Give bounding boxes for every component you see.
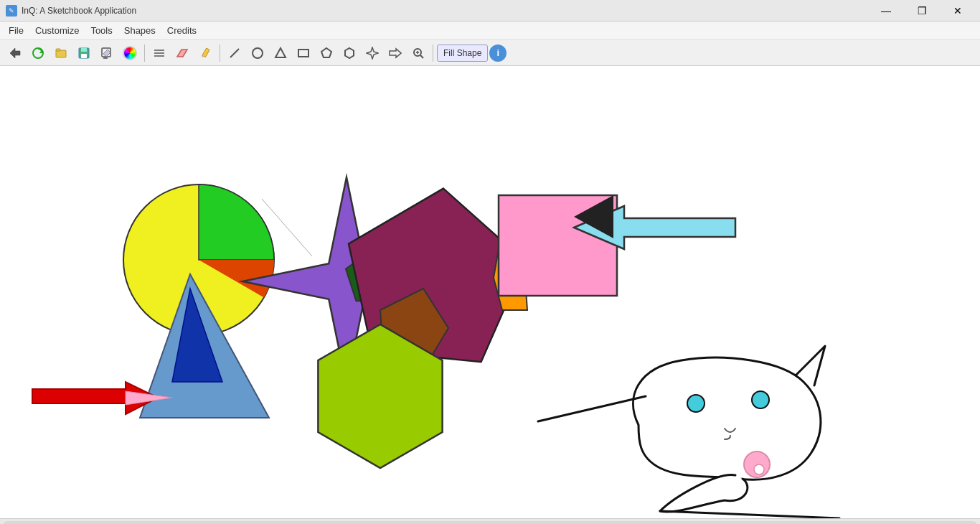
toolbar: Fill Shape i bbox=[0, 40, 980, 66]
pentagon-tool[interactable] bbox=[316, 43, 337, 63]
pencil-tool[interactable] bbox=[194, 43, 216, 63]
circle-tool[interactable] bbox=[247, 43, 268, 63]
separator-2 bbox=[220, 45, 220, 62]
save-tool[interactable] bbox=[73, 43, 95, 63]
svg-line-17 bbox=[230, 49, 239, 57]
app-title: InQ: A Sketchbook Application bbox=[22, 6, 136, 16]
menu-file[interactable]: File bbox=[3, 23, 29, 38]
line-tool[interactable] bbox=[224, 43, 245, 63]
menubar: File Customize Tools Shapes Credits bbox=[0, 22, 980, 40]
svg-marker-22 bbox=[345, 48, 354, 58]
multiline-tool[interactable] bbox=[149, 43, 170, 63]
edit-tool[interactable] bbox=[96, 43, 118, 63]
svg-rect-15 bbox=[202, 47, 209, 57]
menu-shapes[interactable]: Shapes bbox=[118, 23, 161, 38]
triangle-tool[interactable] bbox=[270, 43, 291, 63]
separator-1 bbox=[144, 45, 145, 62]
svg-rect-4 bbox=[56, 49, 60, 51]
zoom-tool[interactable] bbox=[407, 43, 429, 63]
titlebar-left: ✎ InQ: A Sketchbook Application bbox=[6, 5, 136, 17]
drawing-canvas[interactable] bbox=[0, 66, 980, 518]
color-tool[interactable] bbox=[119, 43, 141, 63]
horizontal-scrollbar[interactable] bbox=[3, 521, 977, 525]
statusbar bbox=[0, 518, 980, 524]
svg-point-18 bbox=[253, 48, 263, 58]
info-button[interactable]: i bbox=[489, 45, 507, 62]
canvas-area[interactable] bbox=[0, 66, 980, 518]
menu-customize[interactable]: Customize bbox=[29, 23, 85, 38]
svg-line-26 bbox=[420, 55, 423, 58]
svg-marker-19 bbox=[275, 48, 286, 57]
fill-shape-button[interactable]: Fill Shape bbox=[437, 45, 488, 62]
star4-tool[interactable] bbox=[362, 43, 383, 63]
svg-marker-23 bbox=[367, 47, 378, 59]
minimize-button[interactable]: — bbox=[870, 0, 903, 22]
maximize-button[interactable]: ❐ bbox=[905, 0, 938, 22]
arrow-tool[interactable] bbox=[385, 43, 406, 63]
svg-rect-20 bbox=[298, 50, 308, 57]
separator-3 bbox=[433, 45, 433, 62]
app-icon: ✎ bbox=[6, 5, 17, 17]
titlebar-controls: — ❐ ✕ bbox=[870, 0, 974, 22]
svg-marker-21 bbox=[321, 48, 331, 57]
menu-credits[interactable]: Credits bbox=[161, 23, 202, 38]
svg-marker-0 bbox=[10, 48, 20, 58]
close-button[interactable]: ✕ bbox=[941, 0, 974, 22]
svg-rect-7 bbox=[81, 54, 87, 58]
new-tool[interactable] bbox=[27, 43, 49, 63]
svg-rect-6 bbox=[81, 48, 87, 52]
svg-marker-14 bbox=[177, 50, 187, 57]
move-tool[interactable] bbox=[4, 43, 26, 63]
titlebar: ✎ InQ: A Sketchbook Application — ❐ ✕ bbox=[0, 0, 980, 22]
hexagon-tool[interactable] bbox=[339, 43, 360, 63]
rectangle-tool[interactable] bbox=[293, 43, 314, 63]
eraser-tool[interactable] bbox=[171, 43, 193, 63]
svg-marker-24 bbox=[390, 49, 401, 57]
menu-tools[interactable]: Tools bbox=[85, 23, 118, 38]
open-tool[interactable] bbox=[50, 43, 72, 63]
